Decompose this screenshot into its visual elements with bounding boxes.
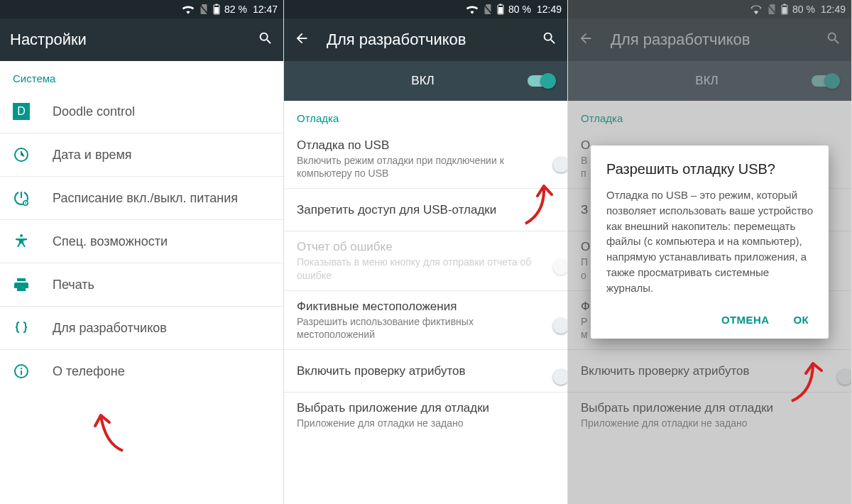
row-bug-report: Отчет об ошибке Показывать в меню кнопку…: [284, 231, 567, 290]
ok-button[interactable]: ОК: [789, 308, 813, 332]
status-bar: 82 % 12:47: [0, 0, 283, 18]
row-title: Фиктивные местоположения: [297, 300, 549, 314]
master-toggle-label: ВКЛ: [297, 74, 528, 88]
phone-usb-dialog: 80 % 12:49 Для разработчиков ВКЛ Отладка…: [568, 0, 852, 504]
toolbar: Для разработчиков: [284, 18, 567, 61]
dialog-title: Разрешить отладку USB?: [606, 161, 813, 177]
svg-point-5: [20, 234, 23, 237]
wifi-icon: [466, 4, 479, 14]
row-printing[interactable]: Печать: [0, 263, 283, 307]
row-doodle-control[interactable]: D Doodle control: [0, 90, 283, 133]
battery-icon: [497, 4, 504, 15]
svg-rect-10: [500, 4, 502, 6]
row-developer-options[interactable]: Для разработчиков: [0, 307, 283, 350]
info-icon: [13, 363, 53, 380]
row-power-schedule[interactable]: Расписание вкл./выкл. питания: [0, 177, 283, 220]
row-attr-check[interactable]: Включить проверку атрибутов: [284, 350, 567, 393]
toolbar: Настройки: [0, 18, 283, 61]
clock-time: 12:47: [253, 4, 278, 15]
svg-point-7: [21, 368, 22, 369]
master-toggle-row[interactable]: ВКЛ: [284, 61, 567, 101]
power-schedule-icon: [13, 190, 53, 207]
row-label: Расписание вкл./выкл. питания: [53, 191, 271, 206]
row-title: Отладка по USB: [297, 138, 549, 153]
row-revoke-usb[interactable]: Запретить доступ для USB-отладки: [284, 189, 567, 231]
row-label: Doodle control: [53, 104, 271, 119]
master-toggle-switch[interactable]: [528, 75, 555, 87]
battery-pct: 82 %: [224, 4, 247, 15]
printer-icon: [13, 276, 53, 293]
row-mock-locations[interactable]: Фиктивные местоположения Разрешить испол…: [284, 291, 567, 350]
accessibility-icon: [13, 233, 53, 250]
row-subtitle: Разрешить использование фиктивных местоп…: [297, 315, 549, 341]
row-label: Спец. возможности: [53, 234, 271, 249]
search-icon[interactable]: [542, 31, 557, 49]
row-title: Запретить доступ для USB-отладки: [297, 203, 555, 217]
dev-options-list: Отладка Отладка по USB Включить режим от…: [284, 101, 567, 504]
doodle-icon: D: [13, 103, 53, 120]
cancel-button[interactable]: ОТМЕНА: [717, 308, 773, 332]
dialog-body: Отладка по USB – это режим, который позв…: [606, 187, 813, 295]
page-title: Для разработчиков: [327, 31, 525, 49]
clock-icon: [13, 146, 53, 163]
battery-icon: [213, 4, 220, 15]
row-date-time[interactable]: Дата и время: [0, 133, 283, 177]
braces-icon: [13, 319, 53, 336]
svg-rect-1: [216, 4, 218, 6]
section-label-system: Система: [0, 61, 283, 90]
battery-pct: 80 %: [508, 4, 531, 15]
row-usb-debugging[interactable]: Отладка по USB Включить режим отладки пр…: [284, 130, 567, 189]
back-icon[interactable]: [294, 31, 310, 49]
row-title: Включить проверку атрибутов: [297, 364, 549, 378]
settings-list: Система D Doodle control Дата и время Ра…: [0, 61, 283, 504]
row-label: Для разработчиков: [53, 321, 271, 336]
svg-rect-11: [498, 7, 503, 13]
page-title: Настройки: [10, 31, 241, 49]
usb-debugging-dialog: Разрешить отладку USB? Отладка по USB – …: [591, 146, 829, 339]
row-title: Отчет об ошибке: [297, 240, 549, 254]
status-bar: 80 % 12:49: [284, 0, 567, 18]
row-subtitle: Приложение для отладки не задано: [297, 417, 555, 429]
row-select-debug-app[interactable]: Выбрать приложение для отладки Приложени…: [284, 393, 567, 438]
svg-rect-2: [214, 7, 219, 13]
search-icon[interactable]: [258, 31, 273, 49]
dialog-actions: ОТМЕНА ОК: [606, 308, 813, 332]
row-label: Дата и время: [53, 148, 271, 163]
row-accessibility[interactable]: Спец. возможности: [0, 220, 283, 263]
section-label-debugging: Отладка: [284, 101, 567, 130]
row-subtitle: Включить режим отладки при подключении к…: [297, 154, 549, 180]
row-title: Выбрать приложение для отладки: [297, 401, 555, 415]
phone-settings: 82 % 12:47 Настройки Система D Doodle co…: [0, 0, 284, 504]
row-label: О телефоне: [53, 364, 271, 379]
wifi-icon: [182, 4, 195, 14]
row-label: Печать: [53, 278, 271, 292]
no-sim-icon: [483, 4, 493, 15]
clock-time: 12:49: [537, 4, 562, 15]
row-about-phone[interactable]: О телефоне: [0, 350, 283, 393]
row-subtitle: Показывать в меню кнопку для отправки от…: [297, 256, 549, 281]
phone-developer-options: 80 % 12:49 Для разработчиков ВКЛ Отладка…: [284, 0, 568, 504]
svg-rect-8: [21, 371, 22, 375]
no-sim-icon: [199, 4, 209, 15]
